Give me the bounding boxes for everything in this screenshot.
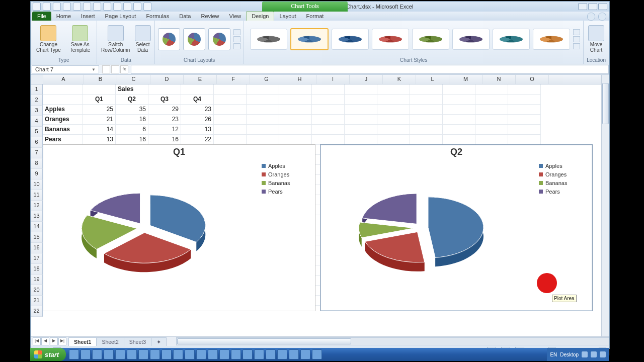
cell[interactable]: 21 [83,115,116,125]
taskbar-icon[interactable] [266,349,276,359]
cell[interactable]: 29 [148,105,181,115]
change-chart-type-button[interactable]: Change Chart Type [34,25,63,53]
cell[interactable] [247,125,279,135]
styles-down-icon[interactable] [573,36,580,42]
cell[interactable] [443,84,475,95]
cell[interactable] [279,125,312,135]
layouts-up-icon[interactable] [233,29,240,35]
chart-style-option[interactable] [332,29,369,50]
column-header[interactable]: M [449,75,482,84]
pie-chart[interactable] [320,157,537,303]
chart-style-option[interactable] [452,29,490,50]
cell[interactable] [43,95,83,105]
row-header[interactable]: 5 [31,127,43,137]
cell[interactable] [475,115,508,125]
cell[interactable]: 23 [148,115,181,125]
row-header[interactable]: 22 [31,306,43,317]
cell[interactable] [214,95,247,105]
cell[interactable] [475,105,508,115]
cell[interactable]: Q2 [116,95,148,105]
column-header[interactable]: B [84,75,117,84]
tab-layout[interactable]: Layout [274,12,301,21]
cell[interactable] [345,95,377,105]
cell[interactable]: 25 [83,105,116,115]
cell[interactable]: 14 [83,125,116,135]
layouts-down-icon[interactable] [233,36,240,42]
cell[interactable]: Q3 [148,95,181,105]
cell[interactable] [508,95,541,105]
tab-formulas[interactable]: Formulas [141,12,174,21]
tab-home[interactable]: Home [51,12,76,21]
cancel-icon[interactable] [102,65,110,73]
sheet-tab[interactable]: Sheet2 [96,337,124,346]
qat-icon[interactable] [73,3,81,11]
row-header[interactable]: 12 [31,201,43,211]
tray-icon[interactable] [600,351,606,357]
taskbar-icon[interactable] [115,349,125,359]
cell[interactable] [214,115,247,125]
column-header[interactable]: E [184,75,217,84]
qat-icon[interactable] [103,3,111,11]
system-tray[interactable]: ENDesktop [547,348,609,361]
pie-chart[interactable] [43,157,260,303]
tab-review[interactable]: Review [196,12,224,21]
cell[interactable] [279,135,312,145]
qat-icon[interactable] [93,3,101,11]
vertical-scrollbar[interactable] [601,75,609,336]
tab-insert[interactable]: Insert [76,12,100,21]
tab-design[interactable]: Design [246,11,274,21]
cell[interactable] [312,105,345,115]
sheet-nav-first-icon[interactable]: |◀ [33,337,41,345]
taskbar-icon[interactable] [173,349,183,359]
chart-layout-option[interactable] [158,28,180,50]
taskbar-icon[interactable] [80,349,91,359]
tab-page-layout[interactable]: Page Layout [100,12,141,21]
taskbar-icon[interactable] [254,349,264,359]
select-all-button[interactable] [31,75,43,84]
column-header[interactable]: N [482,75,516,84]
column-header[interactable]: A [43,75,84,84]
row-header[interactable]: 14 [31,222,43,232]
column-header[interactable]: G [250,75,283,84]
enter-icon[interactable] [111,65,119,73]
sheet-nav-next-icon[interactable]: ▶ [50,337,58,345]
cell[interactable] [345,125,377,135]
taskbar-icon[interactable] [69,349,79,359]
cell[interactable] [410,84,443,95]
sheet-nav-last-icon[interactable]: ▶| [58,337,66,345]
chart-style-option[interactable] [250,29,287,50]
row-header[interactable]: 13 [31,211,43,222]
taskbar-icon[interactable] [104,349,114,359]
chart-layout-option[interactable] [208,28,230,50]
cell[interactable] [279,95,312,105]
cell[interactable] [279,105,312,115]
sheet-tab[interactable]: Sheet3 [124,337,151,346]
taskbar-icon[interactable] [127,349,137,359]
taskbar-icon[interactable] [243,349,253,359]
cell[interactable] [312,115,345,125]
close-button[interactable] [598,3,607,10]
cell[interactable] [148,84,181,95]
cell[interactable] [475,125,508,135]
column-header[interactable]: C [117,75,150,84]
undo-icon[interactable] [53,3,61,11]
row-header[interactable]: 9 [31,169,43,179]
cell[interactable] [410,95,443,105]
cell[interactable]: Oranges [43,115,83,125]
cell[interactable] [214,135,247,145]
tab-format[interactable]: Format [301,12,329,21]
taskbar-icon[interactable] [92,349,102,359]
sheet-tab[interactable]: Sheet1 [68,337,97,346]
qat-icon[interactable] [133,3,141,11]
cell[interactable] [443,125,475,135]
cell[interactable] [377,135,410,145]
cell[interactable]: 16 [116,135,148,145]
tab-data[interactable]: Data [174,12,196,21]
row-header[interactable]: 10 [31,179,43,190]
cell[interactable]: 16 [116,115,148,125]
cell[interactable] [508,105,541,115]
tab-view[interactable]: View [224,12,247,21]
cell[interactable] [377,115,410,125]
row-header[interactable]: 21 [31,296,43,306]
qat-icon[interactable] [83,3,91,11]
